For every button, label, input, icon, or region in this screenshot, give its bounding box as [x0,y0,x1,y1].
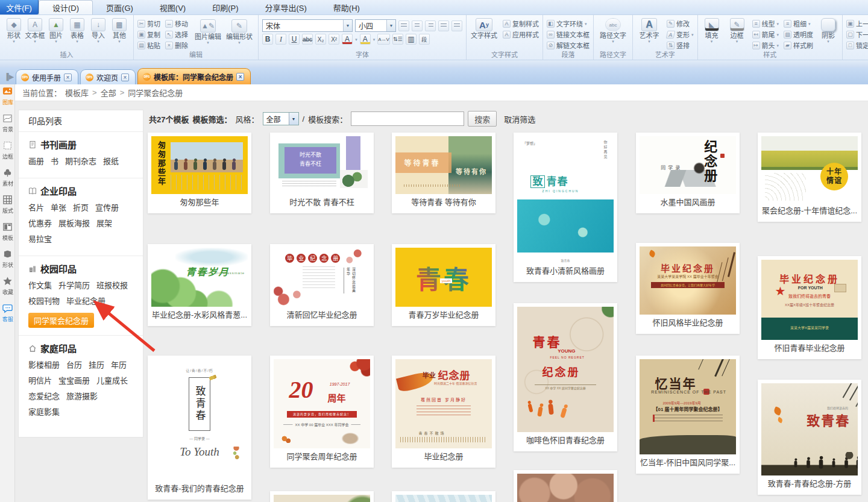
template-card[interactable]: 时光不散青春不枉时光不散 青春不枉 [270,133,374,213]
rail-item-border[interactable]: 边框 [0,139,15,166]
template-card[interactable]: 青春youth青春万岁毕业纪念册 [392,244,495,326]
category-link[interactable]: 年历 [111,359,127,370]
template-card[interactable]: 毕业纪念册某某大学某某学院 XX 届毕业十年聚会共同回忆青春岁月，让我们再聚大好… [636,243,740,334]
category-link[interactable]: 展架 [96,217,112,228]
bring-forward-button[interactable]: ▣上一层▾ [846,19,868,28]
word-art-button[interactable]: A 艺术字▾ [637,17,662,50]
char-spacing-button[interactable]: A↔V [377,34,390,45]
template-title[interactable]: 咖啡色怀旧青春纪念册 [517,432,614,448]
cancel-filter-button[interactable]: 取消筛选 [504,113,535,125]
template-thumbnail[interactable]: 毕业纪念册某某大学某某学院 XX 届毕业十年聚会共同回忆青春岁月，让我们再聚大好… [640,246,736,315]
category-link[interactable]: 校园刊物 [28,295,60,306]
category-link[interactable]: 家庭影集 [28,406,60,417]
rail-item-shape[interactable]: 形状 [0,247,15,274]
template-card[interactable]: 毕业纪念册★FOR YOUTH致我们终将逝去的青春XX届X年级X班十年聚会纪念册… [758,256,861,359]
template-card[interactable]: 青春岁月to my old classmate毕业纪念册-水彩风格青葱... [148,244,251,326]
breadcrumb-templates[interactable]: 模板库 [65,87,89,98]
category-link[interactable]: 儿童成长 [96,374,128,386]
apply-style-button[interactable]: A应用样式 [503,30,539,39]
font-color-button[interactable]: A [342,34,353,45]
document-tab[interactable]: DPS欢迎页× [80,69,136,84]
close-tab-icon[interactable]: × [64,74,72,81]
category-link[interactable]: 名片 [28,201,44,213]
link-textbox-button[interactable]: ∞链接文本框 [547,30,590,39]
line-type-button[interactable]: ≡线型▾ [752,19,779,28]
arrow-tail-button[interactable]: ↤箭尾▾ [752,30,779,39]
breadcrumb-all[interactable]: 全部 [101,87,116,98]
template-search-input[interactable] [351,111,464,126]
category-link[interactable]: 班报校报 [96,279,128,290]
transparency-button[interactable]: ▨透明度 [784,30,813,39]
select-button[interactable]: ↖选择 [165,30,188,39]
insert-import-button[interactable]: ↓导入▾ [88,17,108,43]
template-title[interactable]: 匆匆那些年 [151,194,248,210]
menu-tab[interactable]: 页面(G) [93,0,146,14]
line-spacing-button[interactable]: ⇅☰ [392,34,403,45]
file-menu-button[interactable]: 文件(F) [0,0,39,14]
template-thumbnail[interactable]: 等待青春等待有你 [395,136,492,194]
rail-item-favorite[interactable]: 收藏 [0,274,15,301]
close-tab-icon[interactable]: × [236,73,244,81]
template-card[interactable]: 匆匆那些年匆匆那些年 [148,133,251,213]
template-title[interactable]: 毕业纪念册-水彩风格青葱... [151,307,248,322]
rail-item-template[interactable]: 模板 [0,220,15,247]
arrow-head-button[interactable]: ↦箭头▾ [752,40,779,50]
align-left-button[interactable] [398,20,409,31]
style-brush-button[interactable]: ▰样式刷 [784,40,813,50]
template-thumbnail[interactable]: 忆当年REMINISCENCE OF THE PAST2009年9月—2019年… [640,359,736,454]
category-link[interactable]: 报纸 [103,155,119,166]
bold-button[interactable]: B [262,34,273,45]
path-text-button[interactable]: abc 路径文字▾ [597,18,629,43]
template-thumbnail[interactable]: 匆匆那些年 [151,136,248,194]
dropdown-arrow-icon[interactable]: ▼ [343,20,352,31]
category-link[interactable]: 影楼相册 [28,359,60,370]
unlink-textbox-button[interactable]: ⊘解链文本框 [547,40,590,50]
search-button[interactable]: 搜索 [468,111,497,127]
category-link[interactable]: 挂历 [89,359,104,370]
superscript-button[interactable]: X² [329,34,339,45]
text-wrap-button[interactable]: ◧文字环绕▾ [547,19,590,28]
document-tab[interactable]: DPS使用手册× [16,69,78,84]
category-link[interactable]: 易拉宝 [28,233,52,244]
template-thumbnail[interactable]: 让/青/春/不/朽致青春— 同学录 —To Youth [151,359,248,480]
rail-item-material[interactable]: 素材 [0,166,15,193]
template-card[interactable] [392,491,495,502]
template-card[interactable]: 等待青春等待有你等待青春 等待有你 [392,133,495,213]
wordart-transform-button[interactable]: A变形▾ [667,30,694,39]
dropdown-arrow-icon[interactable]: ▼ [289,113,298,125]
template-thumbnail[interactable]: 「梦想」你好再见致青春ZHI QINGCHUN致青春 [517,136,614,263]
dropdown-arrow-icon[interactable]: ▼ [386,20,395,31]
document-tab[interactable]: DPS模板库：同学聚会纪念册× [137,68,251,84]
template-card[interactable]: 毕业纪念册深切怀念最美年华清新回忆毕业纪念册 [270,244,374,326]
template-thumbnail[interactable]: 201997-2017周年流逝的是岁月，我们用相聚去纪念！XX 中学 00 届毕… [274,359,370,448]
template-card[interactable]: 201997-2017周年流逝的是岁月，我们用相聚去纪念！XX 中学 00 届毕… [270,356,374,468]
delete-button[interactable]: ×删除 [165,40,188,50]
wordart-vertical-button[interactable]: ⇅竖排 [667,40,694,50]
font-color-arrow[interactable]: ▾ [355,37,357,42]
template-thumbnail[interactable] [517,474,614,502]
columns-button[interactable]: ▥ [406,34,417,45]
template-title[interactable]: 青春万岁毕业纪念册 [395,307,492,322]
category-link[interactable]: 展板海报 [58,217,90,228]
tab-collapse-icon[interactable]: ▐▶ [2,71,16,83]
image-edit-button[interactable]: ▲✎图片编辑▾ [193,19,223,50]
template-thumbnail[interactable]: 青春岁月to my old classmate [151,248,248,307]
rail-item-layout[interactable]: 版式 [0,193,15,220]
highlight-color-button[interactable]: A [360,34,371,45]
template-title[interactable]: 同学聚会周年纪念册 [274,448,370,464]
template-title[interactable]: 聚会纪念册-十年情谊纪念... [761,202,858,218]
category-link[interactable]: 折页 [73,201,89,213]
wordart-modify-button[interactable]: ✎修改 [667,19,694,28]
shadow-button[interactable]: 阴影▾ [818,17,838,50]
template-thumbnail[interactable]: 毕业纪念册★FOR YOUTH致我们终将逝去的青春XX届X年级X班十年聚会纪念册… [761,260,858,340]
line-weight-button[interactable]: ≡粗细▾ [784,19,813,28]
align-justify-button[interactable] [438,20,449,31]
align-right-button[interactable] [425,20,436,31]
underline-button[interactable]: U [289,34,300,45]
font-size-select[interactable]: 小四▼ [355,19,396,32]
template-thumbnail[interactable]: 纪念册同学录 [640,136,736,194]
category-link[interactable]: 明信片 [28,374,52,386]
template-card[interactable] [514,470,617,502]
fill-button[interactable]: ◣填充▾ [702,17,722,50]
insert-table-button[interactable]: ▦表格▾ [67,17,87,43]
